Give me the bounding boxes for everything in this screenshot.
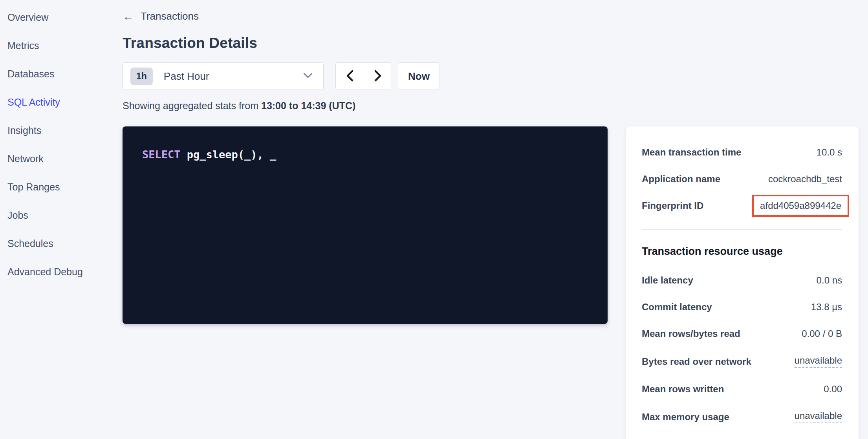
sidebar-item-label: Schedules	[7, 238, 53, 249]
stat-label: Commit latency	[642, 302, 712, 313]
stat-row: Idle latency 0.0 ns	[642, 275, 842, 286]
resource-usage-heading: Transaction resource usage	[642, 245, 842, 258]
stat-value: afdd4059a899442e	[752, 195, 849, 217]
sidebar-item-label: Insights	[7, 125, 41, 136]
aggregation-summary-prefix: Showing aggregated stats from	[123, 100, 261, 111]
stat-label: Application name	[642, 174, 720, 185]
time-pager	[335, 62, 392, 90]
sidebar-item-label: Overview	[7, 12, 48, 23]
stat-row: Fingerprint ID afdd4059a899442e	[642, 200, 842, 211]
sidebar-item-label: Databases	[7, 68, 55, 80]
prev-interval-button[interactable]	[336, 63, 364, 90]
now-button[interactable]: Now	[398, 62, 440, 90]
aggregation-summary-range: 13:00 to 14:39 (UTC)	[261, 100, 355, 111]
stat-row: Mean rows written 0.00	[642, 384, 842, 395]
sidebar-item-sql-activity[interactable]: SQL Activity	[0, 88, 120, 116]
sidebar-item-schedules[interactable]: Schedules	[0, 229, 120, 258]
stat-label: Mean transaction time	[642, 147, 741, 158]
sidebar-item-label: Jobs	[7, 210, 28, 221]
aggregation-summary: Showing aggregated stats from 13:00 to 1…	[123, 100, 868, 112]
content-row: SELECT pg_sleep(_), _ Mean transaction t…	[123, 126, 868, 439]
sidebar-nav: Overview Metrics Databases SQL Activity …	[0, 0, 120, 286]
stat-value: 0.00	[824, 384, 842, 395]
sidebar-item-insights[interactable]: Insights	[0, 116, 120, 145]
card-divider	[642, 229, 842, 230]
sidebar-item-label: Network	[7, 153, 44, 165]
time-range-dropdown[interactable]: 1h Past Hour	[123, 62, 324, 90]
time-range-badge: 1h	[130, 68, 153, 85]
sidebar-item-label: Metrics	[7, 40, 39, 51]
sidebar-item-label: Top Ranges	[7, 181, 60, 193]
stat-label: Bytes read over network	[642, 356, 751, 367]
stat-row: Commit latency 13.8 µs	[642, 302, 842, 313]
sql-statement-box: SELECT pg_sleep(_), _	[123, 126, 608, 324]
stat-label: Max memory usage	[642, 412, 729, 423]
stat-row: Max memory usage unavailable	[642, 410, 842, 423]
sidebar-item-databases[interactable]: Databases	[0, 60, 120, 88]
sql-keyword: SELECT	[142, 148, 181, 161]
stat-row: Mean transaction time 10.0 s	[642, 147, 842, 158]
stat-row: Mean rows/bytes read 0.00 / 0 B	[642, 328, 842, 339]
sql-statement-text: pg_sleep(_), _	[181, 148, 277, 161]
stat-label: Fingerprint ID	[642, 200, 703, 211]
sidebar-item-network[interactable]: Network	[0, 145, 120, 173]
next-interval-button[interactable]	[364, 63, 392, 90]
chevron-left-icon	[346, 70, 354, 83]
breadcrumb-label: Transactions	[141, 10, 199, 22]
sidebar-item-top-ranges[interactable]: Top Ranges	[0, 173, 120, 201]
time-range-label: Past Hour	[164, 70, 209, 82]
stat-value: unavailable	[795, 355, 842, 368]
stat-value: 0.00 / 0 B	[802, 328, 842, 339]
chevron-down-icon	[303, 72, 313, 80]
sidebar-item-overview[interactable]: Overview	[0, 3, 120, 31]
sidebar-item-metrics[interactable]: Metrics	[0, 31, 120, 60]
stat-value: 0.0 ns	[817, 275, 842, 286]
sidebar-item-jobs[interactable]: Jobs	[0, 201, 120, 229]
main-content: ← Transactions Transaction Details 1h Pa…	[123, 0, 868, 439]
stat-row: Bytes read over network unavailable	[642, 355, 842, 368]
transaction-details-card: Mean transaction time 10.0 s Application…	[626, 126, 859, 439]
chevron-right-icon	[374, 70, 382, 83]
stat-value: unavailable	[795, 410, 842, 423]
page-title: Transaction Details	[123, 35, 868, 51]
stat-value: cockroachdb_test	[768, 174, 842, 185]
sidebar-item-label: Advanced Debug	[7, 266, 83, 278]
back-arrow-icon: ←	[123, 11, 134, 22]
breadcrumb-back-transactions[interactable]: ← Transactions	[123, 0, 199, 22]
stat-label: Mean rows written	[642, 384, 724, 395]
stat-row: Application name cockroachdb_test	[642, 174, 842, 185]
stat-value: 13.8 µs	[811, 302, 842, 313]
sidebar-item-label: SQL Activity	[7, 97, 60, 108]
stat-value: 10.0 s	[817, 147, 842, 158]
resource-usage-rows: Idle latency 0.0 ns Commit latency 13.8 …	[642, 275, 842, 439]
sidebar-item-advanced-debug[interactable]: Advanced Debug	[0, 258, 120, 286]
time-controls: 1h Past Hour Now	[123, 62, 868, 90]
stat-label: Mean rows/bytes read	[642, 328, 740, 339]
stat-label: Idle latency	[642, 275, 693, 286]
transaction-summary-rows: Mean transaction time 10.0 s Application…	[642, 147, 842, 211]
